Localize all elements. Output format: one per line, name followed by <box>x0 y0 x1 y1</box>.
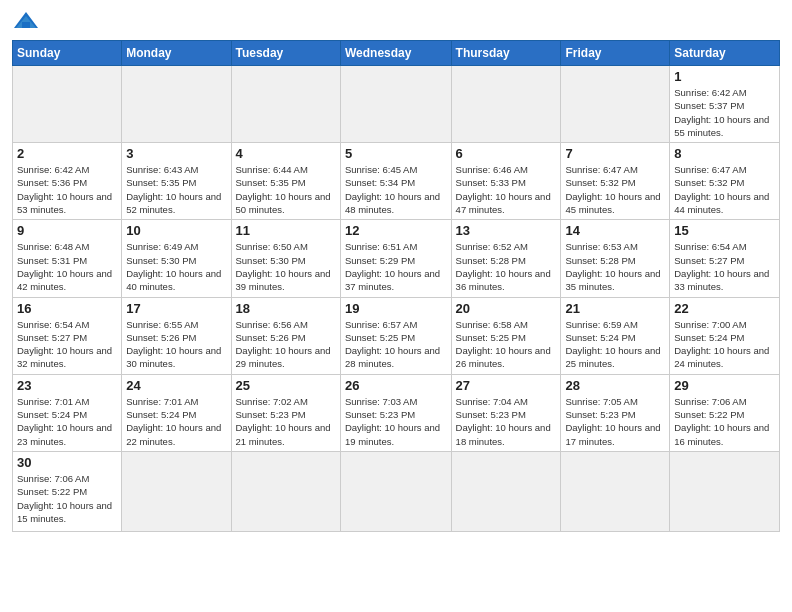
day-number: 8 <box>674 146 775 161</box>
day-number: 1 <box>674 69 775 84</box>
day-info: Sunrise: 7:06 AM Sunset: 5:22 PM Dayligh… <box>674 395 775 448</box>
day-number: 3 <box>126 146 226 161</box>
calendar-day-cell: 23Sunrise: 7:01 AM Sunset: 5:24 PM Dayli… <box>13 374 122 451</box>
day-info: Sunrise: 6:49 AM Sunset: 5:30 PM Dayligh… <box>126 240 226 293</box>
day-number: 20 <box>456 301 557 316</box>
day-header-friday: Friday <box>561 41 670 66</box>
day-info: Sunrise: 6:48 AM Sunset: 5:31 PM Dayligh… <box>17 240 117 293</box>
day-info: Sunrise: 7:06 AM Sunset: 5:22 PM Dayligh… <box>17 472 117 525</box>
day-header-wednesday: Wednesday <box>340 41 451 66</box>
day-info: Sunrise: 6:44 AM Sunset: 5:35 PM Dayligh… <box>236 163 336 216</box>
calendar-day-cell: 15Sunrise: 6:54 AM Sunset: 5:27 PM Dayli… <box>670 220 780 297</box>
calendar-day-cell: 22Sunrise: 7:00 AM Sunset: 5:24 PM Dayli… <box>670 297 780 374</box>
calendar-day-cell <box>451 451 561 531</box>
calendar-day-cell: 3Sunrise: 6:43 AM Sunset: 5:35 PM Daylig… <box>122 143 231 220</box>
day-info: Sunrise: 7:04 AM Sunset: 5:23 PM Dayligh… <box>456 395 557 448</box>
day-number: 13 <box>456 223 557 238</box>
calendar-day-cell <box>122 451 231 531</box>
day-info: Sunrise: 6:56 AM Sunset: 5:26 PM Dayligh… <box>236 318 336 371</box>
day-info: Sunrise: 6:57 AM Sunset: 5:25 PM Dayligh… <box>345 318 447 371</box>
calendar-day-cell: 20Sunrise: 6:58 AM Sunset: 5:25 PM Dayli… <box>451 297 561 374</box>
calendar-table: SundayMondayTuesdayWednesdayThursdayFrid… <box>12 40 780 532</box>
calendar-day-cell: 24Sunrise: 7:01 AM Sunset: 5:24 PM Dayli… <box>122 374 231 451</box>
calendar-day-cell: 17Sunrise: 6:55 AM Sunset: 5:26 PM Dayli… <box>122 297 231 374</box>
calendar-header-row: SundayMondayTuesdayWednesdayThursdayFrid… <box>13 41 780 66</box>
day-info: Sunrise: 6:45 AM Sunset: 5:34 PM Dayligh… <box>345 163 447 216</box>
logo-icon <box>12 10 40 32</box>
day-number: 22 <box>674 301 775 316</box>
day-number: 6 <box>456 146 557 161</box>
day-info: Sunrise: 6:47 AM Sunset: 5:32 PM Dayligh… <box>565 163 665 216</box>
day-info: Sunrise: 6:43 AM Sunset: 5:35 PM Dayligh… <box>126 163 226 216</box>
day-header-thursday: Thursday <box>451 41 561 66</box>
day-number: 12 <box>345 223 447 238</box>
day-header-saturday: Saturday <box>670 41 780 66</box>
day-number: 16 <box>17 301 117 316</box>
day-number: 24 <box>126 378 226 393</box>
calendar-day-cell: 1Sunrise: 6:42 AM Sunset: 5:37 PM Daylig… <box>670 66 780 143</box>
day-info: Sunrise: 6:55 AM Sunset: 5:26 PM Dayligh… <box>126 318 226 371</box>
day-info: Sunrise: 7:01 AM Sunset: 5:24 PM Dayligh… <box>126 395 226 448</box>
calendar-day-cell: 5Sunrise: 6:45 AM Sunset: 5:34 PM Daylig… <box>340 143 451 220</box>
day-info: Sunrise: 6:54 AM Sunset: 5:27 PM Dayligh… <box>17 318 117 371</box>
calendar-week-row: 1Sunrise: 6:42 AM Sunset: 5:37 PM Daylig… <box>13 66 780 143</box>
calendar-day-cell: 14Sunrise: 6:53 AM Sunset: 5:28 PM Dayli… <box>561 220 670 297</box>
calendar-day-cell: 11Sunrise: 6:50 AM Sunset: 5:30 PM Dayli… <box>231 220 340 297</box>
day-number: 23 <box>17 378 117 393</box>
day-number: 19 <box>345 301 447 316</box>
day-number: 28 <box>565 378 665 393</box>
calendar-day-cell <box>340 66 451 143</box>
calendar-day-cell: 2Sunrise: 6:42 AM Sunset: 5:36 PM Daylig… <box>13 143 122 220</box>
day-info: Sunrise: 7:03 AM Sunset: 5:23 PM Dayligh… <box>345 395 447 448</box>
calendar-day-cell: 19Sunrise: 6:57 AM Sunset: 5:25 PM Dayli… <box>340 297 451 374</box>
calendar-day-cell: 30Sunrise: 7:06 AM Sunset: 5:22 PM Dayli… <box>13 451 122 531</box>
calendar-day-cell <box>451 66 561 143</box>
calendar-week-row: 23Sunrise: 7:01 AM Sunset: 5:24 PM Dayli… <box>13 374 780 451</box>
day-number: 5 <box>345 146 447 161</box>
day-number: 25 <box>236 378 336 393</box>
calendar-day-cell: 21Sunrise: 6:59 AM Sunset: 5:24 PM Dayli… <box>561 297 670 374</box>
calendar-day-cell: 10Sunrise: 6:49 AM Sunset: 5:30 PM Dayli… <box>122 220 231 297</box>
day-info: Sunrise: 6:51 AM Sunset: 5:29 PM Dayligh… <box>345 240 447 293</box>
calendar-day-cell: 25Sunrise: 7:02 AM Sunset: 5:23 PM Dayli… <box>231 374 340 451</box>
calendar-day-cell: 4Sunrise: 6:44 AM Sunset: 5:35 PM Daylig… <box>231 143 340 220</box>
day-number: 29 <box>674 378 775 393</box>
calendar-day-cell <box>670 451 780 531</box>
day-info: Sunrise: 7:02 AM Sunset: 5:23 PM Dayligh… <box>236 395 336 448</box>
day-info: Sunrise: 6:46 AM Sunset: 5:33 PM Dayligh… <box>456 163 557 216</box>
calendar-day-cell: 13Sunrise: 6:52 AM Sunset: 5:28 PM Dayli… <box>451 220 561 297</box>
calendar-day-cell: 16Sunrise: 6:54 AM Sunset: 5:27 PM Dayli… <box>13 297 122 374</box>
day-number: 18 <box>236 301 336 316</box>
calendar-day-cell <box>122 66 231 143</box>
day-number: 14 <box>565 223 665 238</box>
calendar-day-cell: 29Sunrise: 7:06 AM Sunset: 5:22 PM Dayli… <box>670 374 780 451</box>
calendar-day-cell <box>561 66 670 143</box>
day-info: Sunrise: 7:05 AM Sunset: 5:23 PM Dayligh… <box>565 395 665 448</box>
calendar-week-row: 30Sunrise: 7:06 AM Sunset: 5:22 PM Dayli… <box>13 451 780 531</box>
day-number: 2 <box>17 146 117 161</box>
day-info: Sunrise: 7:01 AM Sunset: 5:24 PM Dayligh… <box>17 395 117 448</box>
page-container: SundayMondayTuesdayWednesdayThursdayFrid… <box>0 0 792 612</box>
calendar-week-row: 16Sunrise: 6:54 AM Sunset: 5:27 PM Dayli… <box>13 297 780 374</box>
calendar-day-cell <box>231 66 340 143</box>
day-info: Sunrise: 6:52 AM Sunset: 5:28 PM Dayligh… <box>456 240 557 293</box>
calendar-day-cell: 26Sunrise: 7:03 AM Sunset: 5:23 PM Dayli… <box>340 374 451 451</box>
calendar-day-cell: 12Sunrise: 6:51 AM Sunset: 5:29 PM Dayli… <box>340 220 451 297</box>
day-info: Sunrise: 6:50 AM Sunset: 5:30 PM Dayligh… <box>236 240 336 293</box>
day-number: 9 <box>17 223 117 238</box>
day-info: Sunrise: 6:58 AM Sunset: 5:25 PM Dayligh… <box>456 318 557 371</box>
header <box>12 10 780 32</box>
day-number: 17 <box>126 301 226 316</box>
day-info: Sunrise: 6:59 AM Sunset: 5:24 PM Dayligh… <box>565 318 665 371</box>
day-number: 26 <box>345 378 447 393</box>
day-header-monday: Monday <box>122 41 231 66</box>
calendar-week-row: 9Sunrise: 6:48 AM Sunset: 5:31 PM Daylig… <box>13 220 780 297</box>
calendar-day-cell: 9Sunrise: 6:48 AM Sunset: 5:31 PM Daylig… <box>13 220 122 297</box>
day-number: 4 <box>236 146 336 161</box>
calendar-day-cell <box>561 451 670 531</box>
day-number: 21 <box>565 301 665 316</box>
day-info: Sunrise: 6:54 AM Sunset: 5:27 PM Dayligh… <box>674 240 775 293</box>
day-number: 30 <box>17 455 117 470</box>
calendar-day-cell <box>231 451 340 531</box>
logo <box>12 10 44 32</box>
